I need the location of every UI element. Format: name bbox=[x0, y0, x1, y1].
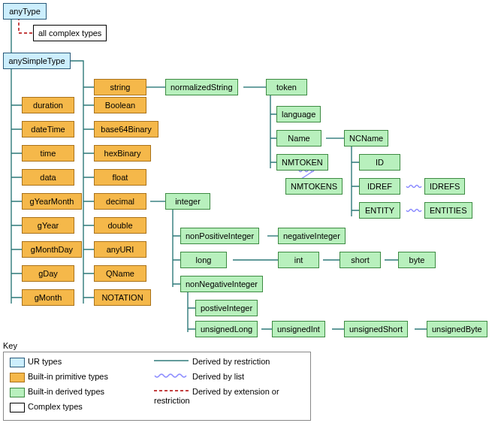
node-idref: IDREF bbox=[359, 178, 400, 195]
node-name: Name bbox=[276, 130, 321, 147]
node-time: time bbox=[22, 145, 74, 162]
legend-complex: Complex types bbox=[28, 402, 83, 411]
node-hexbinary: hexBinary bbox=[94, 145, 151, 162]
legend-prim: Built-in primitive types bbox=[28, 372, 108, 381]
node-datetime: dateTime bbox=[22, 121, 74, 137]
node-entities: ENTITIES bbox=[424, 202, 472, 219]
node-short: short bbox=[340, 252, 381, 268]
node-data: data bbox=[22, 169, 74, 186]
legend-list: Derived by list bbox=[192, 372, 244, 381]
node-qname: QName bbox=[94, 265, 146, 282]
line-restriction-icon bbox=[154, 357, 190, 364]
swatch-deriv-icon bbox=[10, 388, 25, 397]
node-gmonthday: gMonthDay bbox=[22, 241, 82, 258]
line-list-icon bbox=[154, 372, 190, 379]
node-int: int bbox=[278, 252, 319, 268]
node-gyearmonth: gYearMonth bbox=[22, 193, 82, 210]
node-decimal: decimal bbox=[94, 193, 146, 210]
node-anysimpletype: anySimpleType bbox=[3, 53, 71, 69]
node-positiveinteger: postiveInteger bbox=[195, 300, 258, 316]
node-nmtoken: NMTOKEN bbox=[276, 154, 328, 171]
swatch-complex-icon bbox=[10, 403, 25, 412]
node-gyear: gYear bbox=[22, 217, 74, 234]
line-extension-icon bbox=[154, 387, 190, 394]
legend-ur: UR types bbox=[28, 357, 62, 366]
legend-restrict: Derived by restriction bbox=[192, 357, 270, 366]
node-base64binary: base64Binary bbox=[94, 121, 158, 137]
node-byte: byte bbox=[398, 252, 436, 268]
node-idrefs: IDREFS bbox=[424, 178, 465, 195]
node-anytype: anyType bbox=[3, 3, 47, 20]
legend-box: UR types Built-in primitive types Built-… bbox=[3, 352, 311, 421]
node-normalizedstring: normalizedString bbox=[165, 79, 238, 95]
node-duration: duration bbox=[22, 97, 74, 113]
node-string: string bbox=[94, 79, 146, 95]
node-double: double bbox=[94, 217, 146, 234]
node-nmtokens: NMTOKENS bbox=[285, 178, 343, 195]
legend-title: Key bbox=[3, 341, 17, 350]
node-boolean: Boolean bbox=[94, 97, 146, 113]
node-unsignedlong: unsignedLong bbox=[195, 321, 258, 337]
node-nonnegativeinteger: nonNegativeInteger bbox=[180, 276, 263, 292]
node-nonpositiveinteger: nonPositiveInteger bbox=[180, 228, 259, 244]
node-language: language bbox=[276, 106, 321, 122]
node-gmonth: gMonth bbox=[22, 289, 74, 306]
legend-deriv: Built-in derived types bbox=[28, 387, 104, 396]
node-notation: NOTATION bbox=[94, 289, 151, 306]
node-anyuri: anyURI bbox=[94, 241, 146, 258]
node-ncname: NCName bbox=[344, 130, 388, 147]
node-long: long bbox=[180, 252, 227, 268]
node-unsignedshort: unsignedShort bbox=[344, 321, 408, 337]
node-all-complex-types: all complex types bbox=[33, 25, 107, 41]
node-id: ID bbox=[359, 154, 400, 171]
node-integer: integer bbox=[165, 193, 210, 210]
node-unsignedint: unsignedInt bbox=[272, 321, 325, 337]
swatch-prim-icon bbox=[10, 373, 25, 382]
node-unsignedbyte: unsignedByte bbox=[427, 321, 487, 337]
node-gday: gDay bbox=[22, 265, 74, 282]
node-negativeinteger: negativeInteger bbox=[278, 228, 346, 244]
node-float: float bbox=[94, 169, 146, 186]
node-token: token bbox=[266, 79, 307, 95]
node-entity: ENTITY bbox=[359, 202, 400, 219]
swatch-ur-icon bbox=[10, 358, 25, 367]
